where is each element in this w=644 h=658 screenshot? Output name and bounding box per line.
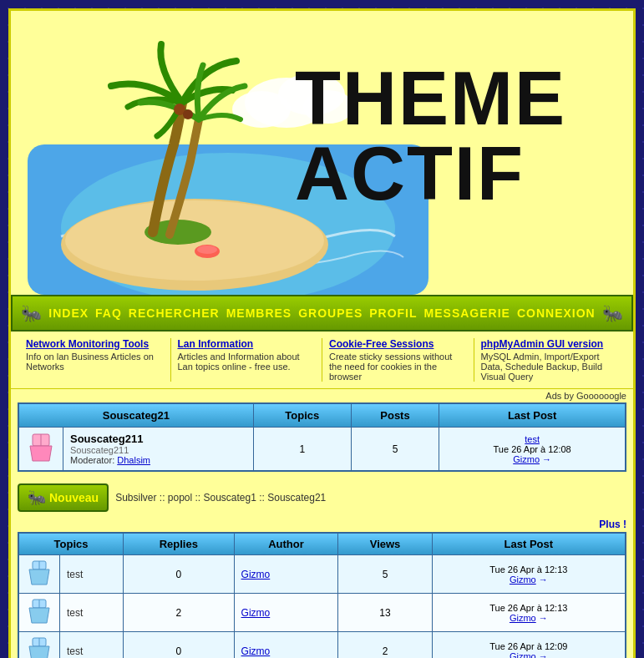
topic-icon-1 [18,594,60,632]
topic-lastpost-user-0[interactable]: Gizmo [510,574,536,585]
link-col-1: Lan Information Articles and Information… [171,338,323,382]
arrow-icon: → [542,454,551,464]
forum-lastpost-date: Tue 26 Apr à 12:08 [494,444,571,454]
topic-lastpost-date-1: Tue 26 Apr à 12:13 [489,603,567,613]
forum-cat-name[interactable]: Souscateg211 [70,433,246,445]
link-col-2: Cookie-Free Sessions Create sticky sessi… [322,338,474,382]
nav-rechercher[interactable]: RECHERCHER [129,306,220,320]
ads-bar: Ads by Goooooogle [11,389,633,402]
nav-faq[interactable]: FAQ [95,306,122,320]
topic-title-2[interactable]: test [60,632,124,659]
arrow-icon-2: → [539,651,548,659]
topic-lastpost-date-2: Tue 26 Apr à 12:09 [489,641,567,651]
link-title-2[interactable]: Cookie-Free Sessions [329,338,467,350]
topic-lastpost-1: Tue 26 Apr à 12:13 Gizmo → [432,594,626,632]
topics-header-row: Topics Replies Author Views Last Post [18,533,626,555]
links-section: Network Monitoring Tools Info on lan Bus… [11,332,633,389]
link-title-0[interactable]: Network Monitoring Tools [26,338,164,350]
navbar: 🐜 INDEX FAQ RECHERCHER MEMBRES GROUPES P… [11,295,633,332]
svg-point-3 [232,91,291,128]
link-desc-1: Articles and Information about Lan topic… [178,352,316,372]
topic-author-link-0[interactable]: Gizmo [241,569,271,580]
topic-title-0[interactable]: test [60,555,124,594]
topic-dress-icon [26,598,53,625]
topic-lastpost-user-2[interactable]: Gizmo [510,651,536,659]
forum-lastpost-link[interactable]: test [525,434,540,444]
arrow-icon-1: → [539,613,548,623]
forum-mod-link[interactable]: Dhalsim [117,455,150,465]
topic-lastpost-user-1[interactable]: Gizmo [510,613,536,623]
forum-table: Souscateg21 Topics Posts Last Post [18,402,626,472]
forum-cat-info: Souscateg211 Souscateg211 Moderator: Dha… [63,428,254,472]
breadcrumb: Subsilver :: popol :: Souscateg1 :: Sous… [115,492,326,504]
forum-topics-count: 1 [253,428,351,472]
plus-bar[interactable]: Plus ! [11,517,633,532]
topics-col-views: Views [338,533,432,555]
link-title-3[interactable]: phpMyAdmin GUI version [481,338,619,350]
nav-membres[interactable]: MEMBRES [226,306,292,320]
topic-views-1: 13 [338,594,432,632]
topic-dress-icon [26,559,53,586]
link-desc-2: Create sticky sessions without the need … [329,352,467,382]
nouveau-ant-icon: 🐜 [28,488,46,507]
topic-dress-icon [26,636,53,658]
topic-title-1[interactable]: test [60,594,124,632]
topic-replies-0: 0 [124,555,234,594]
svg-point-12 [197,245,217,254]
svg-point-10 [183,109,193,119]
topics-table: Topics Replies Author Views Last Post [18,532,626,658]
forum-col-topics: Topics [253,403,351,428]
svg-marker-14 [30,446,52,461]
forum-table-header: Souscateg21 [18,403,253,428]
link-desc-0: Info on lan Business Articles on Network… [26,352,164,372]
forum-posts-count: 5 [351,428,439,472]
plus-link[interactable]: Plus ! [599,519,626,530]
nav-connexion[interactable]: CONNEXION [517,306,596,320]
topic-views-0: 5 [338,555,432,594]
nouveau-badge: 🐜 Nouveau [18,483,109,512]
forum-col-posts: Posts [351,403,439,428]
topics-col-lastpost: Last Post [432,533,626,555]
topic-icon-2 [18,632,60,659]
forum-col-lastpost: Last Post [439,403,626,428]
nav-ant-right: 🐜 [602,303,623,323]
link-col-3: phpMyAdmin GUI version MySQL Admin, Impo… [474,338,626,382]
topic-author-0: Gizmo [234,555,338,594]
link-title-1[interactable]: Lan Information [178,338,316,350]
nouveau-bar: 🐜 Nouveau Subsilver :: popol :: Souscate… [11,478,633,517]
forum-section: Souscateg21 Topics Posts Last Post [11,402,633,478]
topic-icon-0 [18,555,60,594]
topic-row: test 0 Gizmo 2 Tue 26 Apr à 12:09 Gizmo … [18,632,626,659]
topic-row: test 0 Gizmo 5 Tue 26 Apr à 12:13 Gizmo … [18,555,626,594]
topic-author-link-1[interactable]: Gizmo [241,607,271,619]
ads-label: Ads by Goooooogle [545,391,626,401]
topic-replies-2: 0 [124,632,234,659]
svg-marker-17 [29,569,49,585]
topics-col-author: Author [234,533,338,555]
nav-groupes[interactable]: GROUPES [298,306,363,320]
forum-lastpost-user[interactable]: Gizmo [513,454,540,464]
link-col-0: Network Monitoring Tools Info on lan Bus… [19,338,171,382]
topics-col-replies: Replies [124,533,234,555]
nav-index[interactable]: INDEX [48,306,89,320]
link-desc-3: MySQL Admin, Import/Export Data, Schedul… [481,352,619,382]
topic-views-2: 2 [338,632,432,659]
site-title: THEME ACTIF [295,61,566,211]
header-section: THEME ACTIF [11,11,633,295]
topic-lastpost-date-0: Tue 26 Apr à 12:13 [489,564,567,574]
topic-author-2: Gizmo [234,632,338,659]
topic-lastpost-0: Tue 26 Apr à 12:13 Gizmo → [432,555,626,594]
topic-lastpost-2: Tue 26 Apr à 12:09 Gizmo → [432,632,626,659]
topic-replies-1: 2 [124,594,234,632]
svg-marker-20 [29,608,49,623]
forum-row: Souscateg211 Souscateg211 Moderator: Dha… [18,428,626,472]
topic-author-link-2[interactable]: Gizmo [241,645,271,657]
nav-ant-left: 🐜 [21,303,42,323]
forum-icon-cell [18,428,63,472]
forum-icon [26,433,56,463]
nav-messagerie[interactable]: MESSAGERIE [424,306,510,320]
topics-section: Topics Replies Author Views Last Post [11,532,633,658]
forum-cat-mod: Moderator: Dhalsim [70,455,246,465]
nav-profil[interactable]: PROFIL [369,306,417,320]
nouveau-label: Nouveau [49,491,99,504]
